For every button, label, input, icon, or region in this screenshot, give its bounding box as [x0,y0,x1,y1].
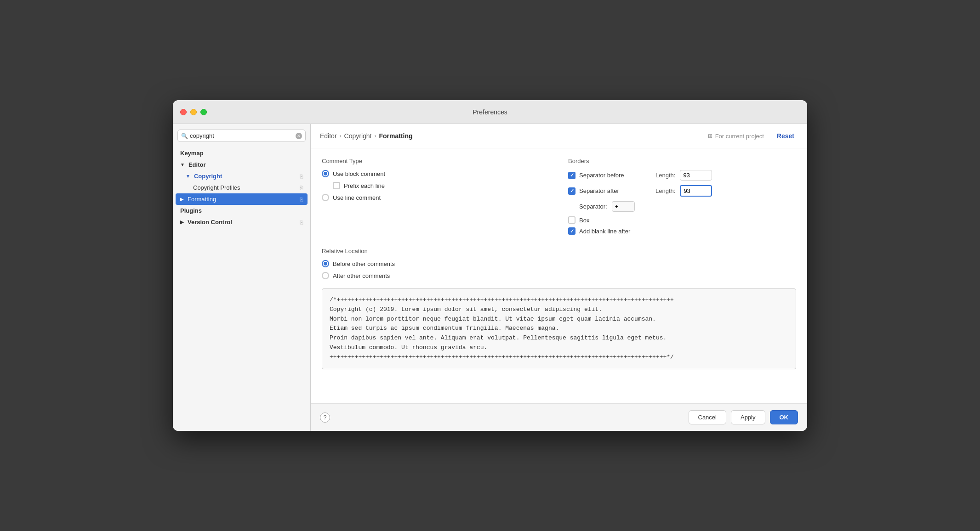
separator-after-checkbox-label[interactable]: Separator after [568,187,651,195]
separator-after-length-label: Length: [655,187,675,194]
sidebar-item-plugins[interactable]: Plugins [173,205,310,216]
box-checkbox [568,216,575,224]
arrow-icon: ▶ [180,197,184,202]
footer-actions: Cancel Apply OK [689,410,798,424]
blank-line-checkbox-label[interactable]: Add blank line after [568,227,796,235]
minimize-button[interactable] [190,109,197,115]
preview-line-4: Etiam sed turpis ac ipsum condimentum fr… [330,324,788,333]
copy-icon: ⎘ [300,219,303,226]
breadcrumb: Editor › Copyright › Formatting [320,132,413,140]
ok-button[interactable]: OK [770,410,798,424]
separator-before-length-label: Length: [655,172,675,179]
arrow-icon: ▼ [186,174,190,179]
sidebar-item-copyright[interactable]: ▼ Copyright ⎘ [173,170,310,182]
sidebar-item-formatting[interactable]: ▶ Formatting ⎘ [176,193,308,205]
preview-line-1: /*++++++++++++++++++++++++++++++++++++++… [330,295,788,305]
project-scope: ⊞ For current project [708,133,764,140]
separator-before-label: Separator before [579,172,624,179]
radio-before-label: Before other comments [333,260,395,267]
reset-button[interactable]: Reset [773,130,798,141]
search-icon: 🔍 [181,133,188,139]
sidebar-item-label: Keymap [180,150,204,157]
separator-after-checkbox [568,187,575,195]
search-input[interactable] [177,130,306,142]
maximize-button[interactable] [200,109,207,115]
content-area: 🔍 ✕ Keymap ▼ Editor ▼ Copyright [173,124,807,431]
blank-line-row: Add blank line after [568,227,796,235]
radio-block-comment[interactable]: Use block comment [322,170,550,177]
breadcrumb-copyright: Copyright [344,132,372,140]
copy-icon: ⎘ [300,173,303,180]
sidebar-item-label: ▶ Version Control [180,219,232,226]
comment-type-title: Comment Type [322,158,550,164]
radio-block-label: Use block comment [333,170,385,177]
breadcrumb-sep-2: › [375,133,376,139]
breadcrumb-formatting: Formatting [379,132,413,140]
radio-after-indicator [322,272,329,279]
sidebar-item-label: ▼ Editor [180,161,205,168]
blank-line-checkbox [568,227,575,235]
box-label: Box [579,217,589,224]
relative-location-title: Relative Location [322,248,496,254]
window-title: Preferences [473,108,507,116]
sidebar-item-label: Plugins [180,207,202,214]
blank-line-label: Add blank line after [579,228,630,235]
radio-block-indicator [322,170,329,177]
sidebar-item-keymap[interactable]: Keymap [173,147,310,159]
search-clear-button[interactable]: ✕ [296,133,302,139]
sidebar: 🔍 ✕ Keymap ▼ Editor ▼ Copyright [173,124,311,431]
sidebar-item-editor[interactable]: ▼ Editor [173,159,310,170]
box-row: Box [568,216,796,224]
sidebar-item-label: ▶ Formatting [180,196,216,203]
separator-after-length-input[interactable] [680,185,712,197]
radio-line-label: Use line comment [333,194,381,201]
sidebar-item-label: Copyright Profiles [193,184,240,191]
preview-line-6: Vestibulum commodo. Ut rhoncus gravida a… [330,343,788,353]
close-button[interactable] [180,109,187,115]
relative-location-inner: Relative Location Before other comments … [322,248,496,279]
comment-type-radio-group: Use block comment Prefix each line Use l… [322,170,550,201]
apply-button[interactable]: Apply [731,410,765,424]
radio-line-indicator [322,194,329,201]
separator-char-row: Separator: [568,201,796,212]
separator-before-length-input[interactable] [680,170,712,181]
radio-line-comment[interactable]: Use line comment [322,194,550,201]
radio-before-comments[interactable]: Before other comments [322,260,496,267]
box-checkbox-label[interactable]: Box [568,216,796,224]
checkbox-prefix-indicator [333,182,340,189]
radio-before-indicator [322,260,329,267]
preferences-window: Preferences 🔍 ✕ Keymap ▼ Editor [173,100,807,431]
preview-line-7: ++++++++++++++++++++++++++++++++++++++++… [330,353,788,362]
preview-line-5: Proin dapibus sapien vel ante. Aliquam e… [330,333,788,343]
separator-char-input[interactable] [612,201,635,212]
separator-after-row: Separator after Length: [568,185,796,197]
borders-title: Borders [568,158,796,164]
sidebar-item-label: ▼ Copyright [186,173,222,180]
copy-icon: ⎘ [300,185,303,191]
comment-type-section: Comment Type Use block comment Prefix ea… [322,158,550,238]
radio-prefix-line[interactable]: Prefix each line [322,182,550,189]
project-label: For current project [715,133,764,140]
copy-icon: ⎘ [300,196,303,203]
sidebar-item-copyright-profiles[interactable]: Copyright Profiles ⎘ [173,182,310,193]
borders-section: Borders Separator before Length: [568,158,796,238]
separator-before-checkbox-label[interactable]: Separator before [568,172,651,179]
footer: ? Cancel Apply OK [311,403,807,431]
radio-after-comments[interactable]: After other comments [322,272,496,279]
preview-line-2: Copyright (c) 2019. Lorem ipsum dolor si… [330,305,788,315]
arrow-icon: ▶ [180,220,184,225]
radio-prefix-label: Prefix each line [344,182,385,189]
preview-line-3: Morbi non lorem porttitor neque feugiat … [330,315,788,324]
panel-body: Comment Type Use block comment Prefix ea… [311,148,807,403]
separator-char-label: Separator: [579,203,607,210]
relative-location-radio-group: Before other comments After other commen… [322,260,496,279]
help-button[interactable]: ? [320,412,330,423]
breadcrumb-editor: Editor [320,132,337,140]
preview-area: /*++++++++++++++++++++++++++++++++++++++… [322,288,796,369]
breadcrumb-bar: Editor › Copyright › Formatting ⊞ For cu… [311,124,807,148]
radio-after-label: After other comments [333,272,390,279]
cancel-button[interactable]: Cancel [689,410,726,424]
titlebar: Preferences [173,100,807,124]
traffic-lights [180,109,207,115]
sidebar-item-version-control[interactable]: ▶ Version Control ⎘ [173,216,310,228]
